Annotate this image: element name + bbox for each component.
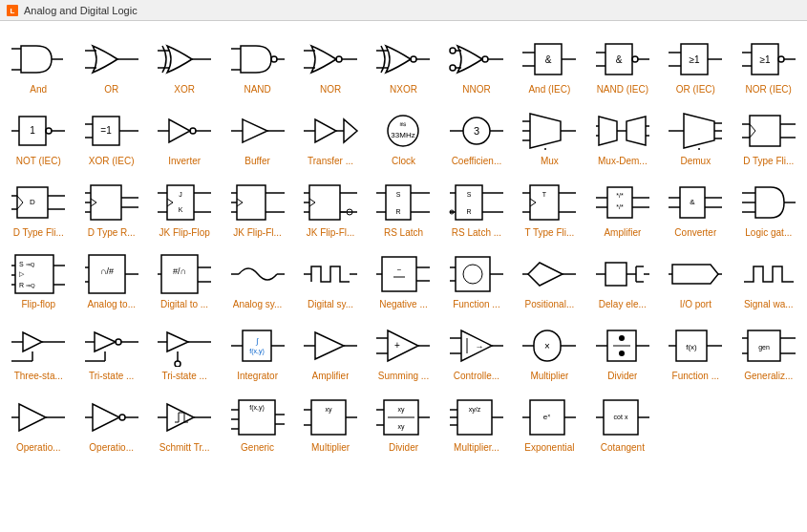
- cell-dtype-fli1[interactable]: D Type Fli...: [733, 96, 805, 168]
- label-inverter: Inverter: [168, 156, 201, 166]
- cell-positional[interactable]: Positional...: [513, 240, 585, 311]
- cell-function1[interactable]: Function ...: [440, 240, 513, 311]
- cell-inverter[interactable]: Inverter: [148, 96, 221, 168]
- cell-amplifier2[interactable]: Amplifier: [294, 311, 367, 383]
- cell-nand[interactable]: NAND: [221, 25, 293, 96]
- svg-text:R: R: [396, 208, 401, 215]
- cell-three-state[interactable]: Three-sta...: [2, 311, 74, 383]
- label-nnor: NNOR: [462, 84, 490, 95]
- label-operatio1: Operatio...: [16, 442, 61, 453]
- cell-clock[interactable]: ㎳ 33MHz Clock: [367, 96, 439, 168]
- svg-text:=1: =1: [100, 125, 112, 136]
- cell-delay[interactable]: Delay ele...: [586, 240, 659, 311]
- cell-transfer[interactable]: Transfer ...: [294, 96, 367, 168]
- cell-multiplier2[interactable]: xy Multiplier: [294, 383, 367, 455]
- label-mux: Mux: [541, 156, 559, 166]
- cell-rs-latch[interactable]: S R RS Latch: [367, 168, 439, 240]
- cell-schmitt-tr[interactable]: Schmitt Tr...: [148, 383, 221, 455]
- cell-not-iec[interactable]: 1 NOT (IEC): [2, 96, 74, 168]
- cell-multiplier3[interactable]: xy/z Multiplier...: [440, 383, 513, 455]
- cell-integrator[interactable]: ∫ f(x,y) Integrator: [221, 311, 293, 383]
- cell-tri-state1[interactable]: Tri-state ...: [74, 311, 147, 383]
- label-rs-latch: RS Latch: [384, 227, 423, 238]
- cell-generaliz[interactable]: gen Generaliz...: [733, 311, 805, 383]
- label-coefficient: Coefficien...: [452, 156, 502, 166]
- symbol-clock: ㎳ 33MHz: [371, 108, 435, 154]
- svg-text:S: S: [467, 191, 472, 198]
- cell-nor-iec[interactable]: ≥1 NOR (IEC): [733, 25, 805, 96]
- title-bar: L Analog and Digital Logic: [0, 0, 807, 21]
- svg-point-54: [46, 128, 52, 134]
- cell-jk-flipfl2[interactable]: JK Flip-Fl...: [294, 168, 367, 240]
- cell-analog-to[interactable]: ∩/# Analog to...: [74, 240, 147, 311]
- svg-line-137: [237, 199, 243, 202]
- svg-line-119: [91, 202, 96, 206]
- svg-text:→: →: [475, 342, 483, 351]
- cell-divider[interactable]: Divider: [586, 311, 659, 383]
- cell-buffer[interactable]: Buffer: [221, 96, 293, 168]
- cell-demux[interactable]: Demux: [659, 96, 732, 168]
- cell-tri-state2[interactable]: Tri-state ...: [148, 311, 221, 383]
- label-exponential: Exponential: [524, 442, 574, 453]
- cell-cotangent[interactable]: cot x Cotangent: [586, 383, 659, 455]
- cell-xor-iec[interactable]: =1 XOR (IEC): [74, 96, 147, 168]
- label-multiplier3: Multiplier...: [454, 442, 499, 453]
- cell-nnor[interactable]: NNOR: [440, 25, 513, 96]
- cell-jk-flipflop[interactable]: J K JK Flip-Flop: [148, 168, 221, 240]
- cell-mux[interactable]: Mux: [513, 96, 585, 168]
- cell-coefficient[interactable]: 3 Coefficien...: [440, 96, 513, 168]
- cell-nxor[interactable]: NXOR: [367, 25, 439, 96]
- cell-logic-gate[interactable]: Logic gat...: [733, 168, 805, 240]
- symbol-buffer: [225, 108, 290, 154]
- svg-text:cot x: cot x: [613, 414, 627, 420]
- cell-divider2[interactable]: xy xy Divider: [367, 383, 439, 455]
- symbol-generaliz: gen: [736, 323, 801, 369]
- cell-flip-flop[interactable]: S ⇒Q ▷ R ⇒Q Flip-flop: [2, 240, 74, 311]
- cell-nor[interactable]: NOR: [294, 25, 367, 96]
- cell-converter[interactable]: & Converter: [659, 168, 732, 240]
- symbol-nor-iec: ≥1: [736, 36, 801, 82]
- svg-marker-293: [93, 404, 119, 431]
- cell-digital-to[interactable]: #/∩ Digital to ...: [148, 240, 221, 311]
- svg-point-24: [450, 65, 456, 71]
- cell-or-iec[interactable]: ≥1 OR (IEC): [659, 25, 732, 96]
- cell-function2[interactable]: f(x) Function ...: [659, 311, 732, 383]
- cell-exponential[interactable]: eˣ Exponential: [513, 383, 585, 455]
- cell-dtype-r[interactable]: D Type R...: [74, 168, 147, 240]
- symbol-xor: [152, 36, 217, 82]
- cell-negative[interactable]: − Negative ...: [367, 240, 439, 311]
- label-digital-sy: Digital sy...: [308, 299, 353, 309]
- svg-text:&: &: [545, 54, 552, 65]
- cell-io-port[interactable]: I/O port: [659, 240, 732, 311]
- cell-or[interactable]: OR: [74, 25, 147, 96]
- label-three-state: Three-sta...: [14, 371, 63, 381]
- svg-rect-113: [91, 185, 121, 220]
- cell-rs-latch2[interactable]: S R RS Latch ...: [440, 168, 513, 240]
- cell-controller[interactable]: → Controlle...: [440, 311, 513, 383]
- cell-generic[interactable]: f(x,y) Generic: [221, 383, 293, 455]
- cell-jk-flipfl1[interactable]: JK Flip-Fl...: [221, 168, 293, 240]
- cell-digital-sy[interactable]: Digital sy...: [294, 240, 367, 311]
- cell-ttype-fli[interactable]: T T Type Fli...: [513, 168, 585, 240]
- cell-mux-dem[interactable]: Mux-Dem...: [586, 96, 659, 168]
- cell-summing[interactable]: + Summing ...: [367, 311, 439, 383]
- cell-dtype-fli2[interactable]: D D Type Fli...: [2, 168, 74, 240]
- cell-xor[interactable]: XOR: [148, 25, 221, 96]
- cell-nand-iec[interactable]: & NAND (IEC): [586, 25, 659, 96]
- svg-marker-236: [23, 332, 42, 351]
- cell-signal-wa[interactable]: Signal wa...: [733, 240, 805, 311]
- cell-operatio1[interactable]: Operatio...: [2, 383, 74, 455]
- symbol-cotangent: cot x: [590, 394, 655, 440]
- cell-and[interactable]: And: [2, 25, 74, 96]
- svg-point-250: [175, 361, 181, 367]
- svg-line-120: [91, 199, 96, 202]
- svg-text:K: K: [179, 206, 183, 213]
- cell-amplifier[interactable]: */* */* Amplifier: [586, 168, 659, 240]
- label-logic-gate: Logic gat...: [745, 227, 792, 238]
- symbol-and-iec: &: [517, 36, 582, 82]
- cell-and-iec[interactable]: & And (IEC): [513, 25, 585, 96]
- cell-operatio2[interactable]: Operatio...: [74, 383, 147, 455]
- symbol-operatio2: [79, 394, 144, 440]
- cell-multiplier[interactable]: × Multiplier: [513, 311, 585, 383]
- cell-analog-sy[interactable]: Analog sy...: [221, 240, 293, 311]
